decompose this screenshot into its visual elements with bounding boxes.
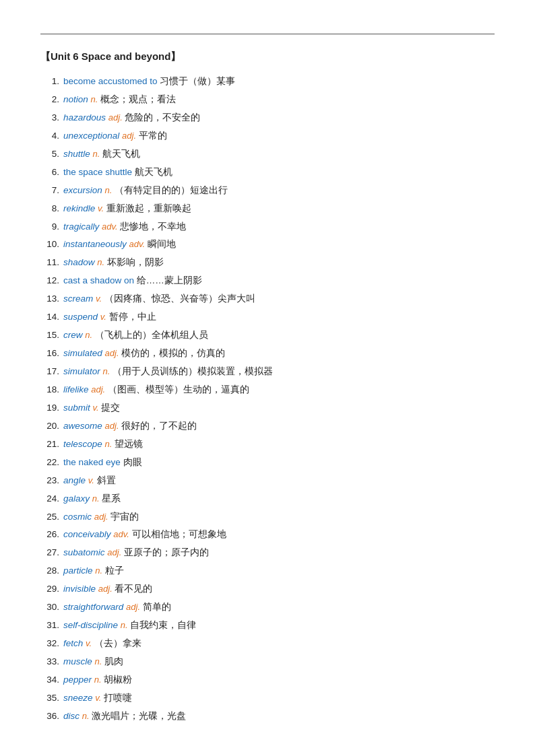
item-content: simulated adj. 模仿的，模拟的，仿真的 bbox=[63, 346, 495, 362]
entry-word: angle bbox=[63, 475, 88, 485]
item-number: 29. bbox=[40, 582, 59, 597]
entry-word: galaxy bbox=[63, 493, 92, 504]
part-of-speech: n. bbox=[95, 656, 104, 666]
entry-word: fetch bbox=[63, 638, 86, 648]
item-content: angle v. 斜置 bbox=[63, 473, 495, 489]
definition-cn: 航天飞机 bbox=[102, 149, 140, 159]
item-content: shadow n. 坏影响，阴影 bbox=[63, 255, 495, 271]
entry-word: scream bbox=[63, 294, 96, 304]
part-of-speech: n. bbox=[103, 366, 113, 376]
item-number: 10. bbox=[40, 237, 59, 252]
list-item: 28.particle n. 粒子 bbox=[40, 563, 495, 579]
item-number: 23. bbox=[40, 473, 59, 489]
list-item: 13.scream v. （因疼痛、惊恐、兴奋等）尖声大叫 bbox=[40, 291, 495, 307]
top-divider bbox=[40, 34, 495, 34]
entry-word: particle bbox=[63, 565, 95, 576]
list-item: 14.suspend v. 暂停，中止 bbox=[40, 310, 495, 325]
entry-word: muscle bbox=[63, 656, 95, 666]
entry-word: sneeze bbox=[63, 693, 95, 703]
entry-word: crew bbox=[63, 330, 85, 340]
unit-title: 【Unit 6 Space and beyond】 bbox=[40, 50, 495, 63]
entry-word: pepper bbox=[63, 675, 94, 685]
definition-cn: 习惯于（做）某事 bbox=[160, 76, 235, 86]
list-item: 11.shadow n. 坏影响，阴影 bbox=[40, 255, 495, 271]
item-content: crew n. （飞机上的）全体机组人员 bbox=[63, 328, 495, 343]
definition-cn: （飞机上的）全体机组人员 bbox=[95, 330, 208, 340]
item-number: 21. bbox=[40, 437, 59, 452]
list-item: 19.submit v. 提交 bbox=[40, 401, 495, 416]
list-item: 22.the naked eye 肉眼 bbox=[40, 455, 495, 471]
vocabulary-list: 1.become accustomed to 习惯于（做）某事2.notion … bbox=[40, 74, 495, 724]
item-number: 27. bbox=[40, 545, 59, 561]
list-item: 2.notion n. 概念；观点；看法 bbox=[40, 92, 495, 108]
entry-word: self-discipline bbox=[63, 620, 121, 630]
item-content: submit v. 提交 bbox=[63, 401, 495, 416]
definition-cn: 很好的，了不起的 bbox=[121, 421, 197, 431]
item-content: cast a shadow on 给……蒙上阴影 bbox=[63, 273, 495, 289]
item-number: 31. bbox=[40, 618, 59, 633]
list-item: 10.instantaneously adv. 瞬间地 bbox=[40, 237, 495, 252]
entry-word: instantaneously bbox=[63, 239, 129, 249]
entry-word: unexceptional bbox=[63, 131, 122, 141]
part-of-speech: adj. bbox=[98, 584, 115, 594]
part-of-speech: adj. bbox=[105, 421, 122, 431]
item-content: notion n. 概念；观点；看法 bbox=[63, 92, 495, 108]
item-number: 13. bbox=[40, 291, 59, 307]
definition-cn: （图画、模型等）生动的，逼真的 bbox=[108, 384, 249, 394]
entry-word: cosmic bbox=[63, 512, 94, 522]
entry-word: shuttle bbox=[63, 149, 93, 159]
entry-word: shadow bbox=[63, 257, 97, 267]
part-of-speech: v. bbox=[93, 403, 102, 413]
definition-cn: 胡椒粉 bbox=[104, 675, 132, 685]
definition-cn: 自我约束，自律 bbox=[130, 620, 196, 630]
part-of-speech: v. bbox=[98, 203, 106, 213]
list-item: 24.galaxy n. 星系 bbox=[40, 491, 495, 507]
definition-cn: 看不见的 bbox=[115, 584, 152, 594]
definition-cn: 星系 bbox=[102, 493, 121, 504]
part-of-speech: n. bbox=[91, 94, 100, 104]
part-of-speech: adj. bbox=[105, 348, 122, 358]
item-content: invisible adj. 看不见的 bbox=[63, 582, 495, 597]
part-of-speech: n. bbox=[105, 439, 115, 449]
item-content: self-discipline n. 自我约束，自律 bbox=[63, 618, 495, 633]
definition-cn: 悲惨地，不幸地 bbox=[120, 221, 186, 232]
entry-word: straightforward bbox=[63, 602, 126, 612]
item-number: 16. bbox=[40, 346, 59, 362]
list-item: 6.the space shuttle 航天飞机 bbox=[40, 165, 495, 180]
definition-cn: 亚原子的；原子内的 bbox=[124, 547, 209, 557]
part-of-speech: n. bbox=[95, 565, 104, 576]
definition-cn: 平常的 bbox=[139, 131, 167, 141]
item-content: tragically adv. 悲惨地，不幸地 bbox=[63, 219, 495, 235]
item-number: 12. bbox=[40, 273, 59, 289]
item-number: 14. bbox=[40, 310, 59, 325]
entry-word: tragically bbox=[63, 221, 102, 232]
list-item: 32.fetch v. （去）拿来 bbox=[40, 636, 495, 652]
definition-cn: 重新激起，重新唤起 bbox=[106, 203, 191, 213]
part-of-speech: v. bbox=[86, 638, 94, 648]
entry-word: excursion bbox=[63, 185, 105, 195]
definition-cn: （有特定目的的）短途出行 bbox=[115, 185, 228, 195]
item-content: the space shuttle 航天飞机 bbox=[63, 165, 495, 180]
part-of-speech: n. bbox=[85, 330, 94, 340]
definition-cn: 航天飞机 bbox=[135, 167, 172, 177]
item-content: pepper n. 胡椒粉 bbox=[63, 673, 495, 688]
definition-cn: 肌肉 bbox=[104, 656, 123, 666]
entry-phrase: the naked eye bbox=[63, 457, 123, 467]
list-item: 35.sneeze v. 打喷嚏 bbox=[40, 691, 495, 706]
part-of-speech: n. bbox=[92, 493, 102, 504]
list-item: 31.self-discipline n. 自我约束，自律 bbox=[40, 618, 495, 633]
part-of-speech: adj. bbox=[107, 547, 124, 557]
entry-word: conceivably bbox=[63, 529, 113, 539]
definition-cn: 瞬间地 bbox=[148, 239, 176, 249]
entry-word: simulated bbox=[63, 348, 105, 358]
item-number: 9. bbox=[40, 219, 59, 235]
definition-cn: 给……蒙上阴影 bbox=[137, 275, 202, 285]
definition-cn: 概念；观点；看法 bbox=[100, 94, 176, 104]
part-of-speech: v. bbox=[96, 294, 104, 304]
list-item: 33.muscle n. 肌肉 bbox=[40, 654, 495, 670]
entry-word: awesome bbox=[63, 421, 105, 431]
definition-cn: 坏影响，阴影 bbox=[107, 257, 164, 267]
part-of-speech: adj. bbox=[94, 512, 111, 522]
item-content: simulator n. （用于人员训练的）模拟装置，模拟器 bbox=[63, 364, 495, 380]
part-of-speech: n. bbox=[105, 185, 115, 195]
